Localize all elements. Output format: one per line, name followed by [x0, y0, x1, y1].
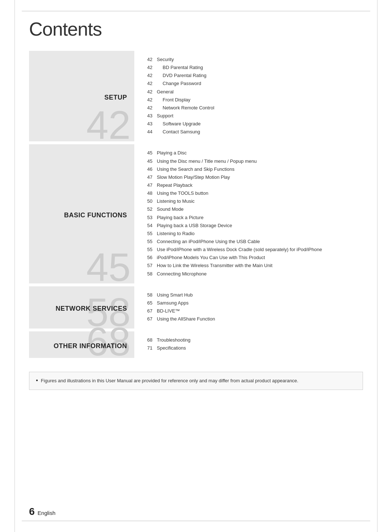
entry-row: 58Using Smart Hub [142, 291, 359, 299]
entry-text: Use iPod/iPhone with a Wireless Dock Cra… [157, 246, 322, 253]
section-number-basic-functions: 45 [86, 247, 131, 287]
entry-number: 47 [142, 174, 152, 181]
sections-wrapper: SETUP4242Security42BD Parental Rating42D… [29, 51, 363, 361]
entry-row: 68Troubleshooting [142, 336, 359, 344]
entry-row: 67Using the AllShare Function [142, 315, 359, 323]
entry-row: 46Using the Search and Skip Functions [142, 166, 359, 173]
entry-row: 42Front Display [142, 96, 359, 104]
entry-text: How to Link the Wireless Transmitter wit… [157, 262, 273, 269]
entry-number: 68 [142, 336, 152, 344]
entry-row: 42DVD Parental Rating [142, 72, 359, 79]
section-number-setup: 42 [86, 105, 131, 145]
entry-number: 67 [142, 315, 152, 323]
bottom-border-line [22, 521, 370, 521]
entry-number: 57 [142, 262, 152, 269]
entry-text: Front Display [157, 96, 191, 104]
entry-text: Playing back a USB Storage Device [157, 222, 232, 229]
entry-row: 57How to Link the Wireless Transmitter w… [142, 262, 359, 269]
section-setup: SETUP4242Security42BD Parental Rating42D… [29, 51, 363, 141]
entry-number: 53 [142, 214, 152, 221]
entry-row: 56iPod/iPhone Models You Can Use with Th… [142, 254, 359, 261]
entry-row: 47Slow Motion Play/Step Motion Play [142, 174, 359, 181]
entry-row: 50Listening to Music [142, 198, 359, 205]
entry-text: Change Password [157, 80, 201, 87]
entry-text: Playing back a Picture [157, 214, 204, 221]
entry-number: 45 [142, 158, 152, 165]
note-section: • Figures and illustrations in this User… [29, 372, 363, 390]
entry-number: 55 [142, 230, 152, 237]
entry-row: 42BD Parental Rating [142, 64, 359, 71]
entry-row: 67BD-LIVE™ [142, 307, 359, 315]
section-entries-network-services: 58Using Smart Hub65Samsung Apps67BD-LIVE… [134, 286, 363, 329]
section-network-services: NETWORK SERVICES5858Using Smart Hub65Sam… [29, 286, 363, 329]
footer-language: English [38, 510, 56, 516]
entry-number: 54 [142, 222, 152, 229]
entry-row: 45Playing a Disc [142, 149, 359, 157]
entry-number: 55 [142, 246, 152, 253]
entry-number: 58 [142, 291, 152, 299]
entry-row: 47Repeat Playback [142, 182, 359, 189]
entry-text: BD-LIVE™ [157, 307, 180, 315]
section-title-other-information: OTHER INFORMATION [54, 342, 127, 350]
right-border-line [377, 0, 377, 532]
entry-number: 67 [142, 307, 152, 315]
entry-text: Repeat Playback [157, 182, 192, 189]
entry-row: 45Using the Disc menu / Title menu / Pop… [142, 158, 359, 165]
section-entries-basic-functions: 45Playing a Disc45Using the Disc menu / … [134, 144, 363, 283]
footer-page-number: 6 [29, 506, 35, 517]
entry-row: 55Connecting an iPod/iPhone Using the US… [142, 238, 359, 245]
section-number-other-information: 68 [86, 322, 131, 362]
entry-text: Software Upgrade [157, 120, 201, 128]
entry-number: 47 [142, 182, 152, 189]
entry-number: 42 [142, 72, 152, 79]
entry-number: 46 [142, 166, 152, 173]
entry-number: 42 [142, 104, 152, 112]
section-basic-functions: BASIC FUNCTIONS4545Playing a Disc45Using… [29, 144, 363, 283]
section-label-block-basic-functions: BASIC FUNCTIONS45 [29, 144, 134, 283]
entry-number: 42 [142, 88, 152, 96]
entry-row: 43Support [142, 112, 359, 120]
entry-row: 55Listening to Radio [142, 230, 359, 237]
entry-row: 52Sound Mode [142, 206, 359, 213]
entry-number: 48 [142, 190, 152, 197]
entry-number: 52 [142, 206, 152, 213]
entry-text: Connecting an iPod/iPhone Using the USB … [157, 238, 260, 245]
entry-text: BD Parental Rating [157, 64, 203, 71]
entry-text: Listening to Music [157, 198, 195, 205]
entry-text: Troubleshooting [157, 336, 191, 344]
entry-text: Connecting Microphone [157, 270, 207, 278]
entry-number: 56 [142, 254, 152, 261]
entry-row: 42Network Remote Control [142, 104, 359, 112]
entry-text: Using Smart Hub [157, 291, 193, 299]
entry-text: Network Remote Control [157, 104, 214, 112]
entry-number: 44 [142, 128, 152, 136]
entry-number: 42 [142, 80, 152, 87]
entry-text: Support [157, 112, 173, 120]
entry-text: Samsung Apps [157, 299, 188, 307]
entry-number: 42 [142, 64, 152, 71]
entry-row: 58Connecting Microphone [142, 270, 359, 278]
entry-number: 42 [142, 56, 152, 63]
section-label-block-other-information: OTHER INFORMATION68 [29, 331, 134, 358]
entry-text: iPod/iPhone Models You Can Use with This… [157, 254, 265, 261]
entry-number: 50 [142, 198, 152, 205]
entry-row: 53Playing back a Picture [142, 214, 359, 221]
entry-text: Using the TOOLS button [157, 190, 208, 197]
entry-text: Using the Search and Skip Functions [157, 166, 234, 173]
note-bullet: • [36, 377, 38, 384]
entry-text: Listening to Radio [157, 230, 195, 237]
entry-row: 54Playing back a USB Storage Device [142, 222, 359, 229]
entry-text: DVD Parental Rating [157, 72, 207, 79]
entry-text: General [157, 88, 173, 96]
entry-text: Slow Motion Play/Step Motion Play [157, 174, 230, 181]
section-other-information: OTHER INFORMATION6868Troubleshooting71Sp… [29, 331, 363, 358]
entry-number: 43 [142, 120, 152, 128]
entry-row: 42General [142, 88, 359, 96]
entry-row: 42Change Password [142, 80, 359, 87]
section-title-network-services: NETWORK SERVICES [56, 305, 127, 313]
entry-number: 65 [142, 299, 152, 307]
entry-text: Security [157, 56, 174, 63]
entry-text: Contact Samsung [157, 128, 200, 136]
top-border-line [22, 11, 370, 11]
entry-number: 58 [142, 270, 152, 278]
